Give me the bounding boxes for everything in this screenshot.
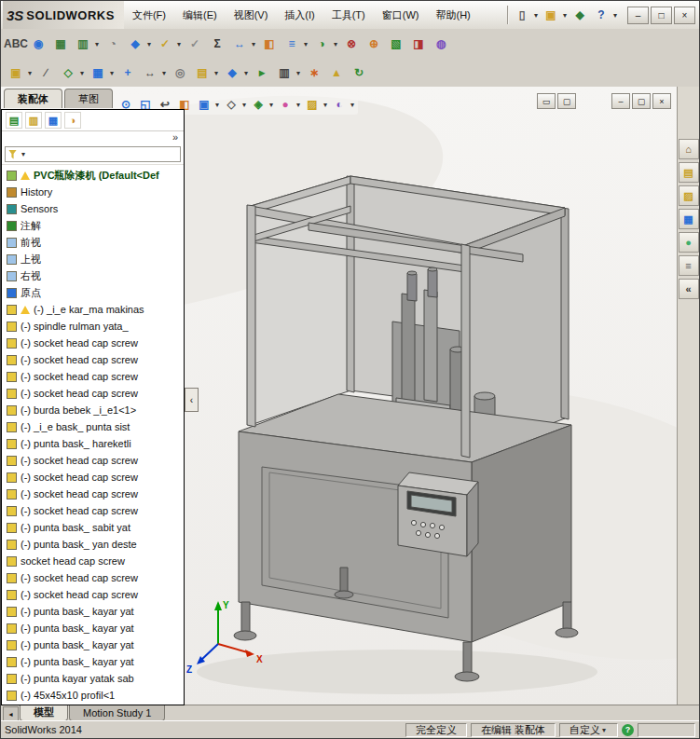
tree-component-item[interactable]: (-) punta bask_ hareketli <box>2 435 184 452</box>
toolbar-button[interactable]: ▧ ▾ <box>386 34 406 54</box>
toolbar-button[interactable]: Σ ▾ <box>207 34 227 54</box>
window-button[interactable]: – <box>627 7 649 24</box>
tab-scroll-left-icon[interactable]: ◂ <box>3 706 19 721</box>
task-pane-button[interactable]: ● <box>679 232 699 253</box>
frame-button[interactable]: ▢ <box>557 93 576 109</box>
tree-component-item[interactable]: (-) punta bask_ sabit yat <box>2 519 184 536</box>
headsup-button[interactable]: ◐ ▾ <box>330 95 356 114</box>
tree-folder-item[interactable]: 上视 <box>2 251 184 267</box>
chevron-right-icon[interactable]: » <box>172 131 180 143</box>
titlebar-tool-button[interactable]: ? ▾ <box>591 5 619 25</box>
menu-item[interactable]: 插入(I) <box>276 1 323 29</box>
tree-component-item[interactable]: (-) socket head cap screw <box>2 486 184 502</box>
toolbar-button[interactable]: ▥ ▾ <box>274 62 302 83</box>
window-button[interactable]: × <box>674 7 695 24</box>
toolbar-button[interactable]: ◉ ▾ <box>28 34 48 54</box>
toolbar-button[interactable]: ◎ ▾ <box>170 62 190 83</box>
task-pane-button[interactable]: ⌂ <box>679 139 699 159</box>
chevron-down-icon[interactable]: ▾ <box>532 11 540 20</box>
task-pane-button[interactable]: ▦ <box>679 209 699 229</box>
toolbar-button[interactable]: ◆ ▾ <box>222 62 250 83</box>
chevron-down-icon[interactable]: ▾ <box>295 101 302 109</box>
chevron-down-icon[interactable]: ▾ <box>108 69 116 77</box>
menu-item[interactable]: 文件(F) <box>124 1 174 29</box>
task-pane-button[interactable]: ▨ <box>679 185 699 206</box>
menu-item[interactable]: 窗口(W) <box>374 1 428 29</box>
titlebar-tool-button[interactable]: ◆ ▾ <box>570 5 590 25</box>
toolbar-button[interactable]: ▤ ▾ <box>192 62 220 83</box>
toolbar-button[interactable]: ⊗ ▾ <box>341 34 362 54</box>
tree-folder-item[interactable]: 注解 <box>2 217 184 234</box>
headsup-button[interactable]: ◈ ▾ <box>249 95 275 114</box>
menu-item[interactable]: 视图(V) <box>226 1 277 29</box>
toolbar-button[interactable]: ◆ ▾ <box>125 34 153 54</box>
toolbar-button[interactable]: ▥ ▾ <box>73 34 101 54</box>
toolbar-button[interactable]: ▲ ▾ <box>326 62 347 83</box>
document-window-button[interactable]: ▢ <box>632 93 651 109</box>
chevron-down-icon[interactable]: ▾ <box>600 726 608 734</box>
chevron-down-icon[interactable]: ▾ <box>349 101 356 109</box>
chevron-down-icon[interactable]: ▾ <box>332 40 339 48</box>
tree-component-item[interactable]: (-) socket head cap screw <box>2 569 184 586</box>
tree-component-item[interactable]: (-) punta bask_ kayar yat <box>2 620 184 636</box>
task-pane-button[interactable]: ▤ <box>679 162 699 183</box>
tree-component-item[interactable]: (-) socket head cap screw <box>2 469 184 486</box>
tree-folder-item[interactable]: 右视 <box>2 267 184 284</box>
headsup-button[interactable]: ● ▾ <box>276 95 302 114</box>
tree-component-item[interactable]: (-) punta bask_ kayar yat <box>2 636 184 653</box>
tree-component-item[interactable]: (-) _i_e bask_ punta sist <box>2 418 184 435</box>
tab-sketch[interactable]: 草图 <box>64 89 113 108</box>
chevron-down-icon[interactable]: ▾ <box>20 150 27 158</box>
tree-component-item[interactable]: (-) burda bebek _i_e1<1> <box>2 402 184 418</box>
toolbar-button[interactable]: ∕ ▾ <box>35 62 56 83</box>
tab-model[interactable]: 模型 <box>20 705 68 721</box>
chevron-down-icon[interactable]: ▾ <box>611 11 619 20</box>
toolbar-button[interactable]: ◧ ▾ <box>259 34 280 54</box>
tree-component-item[interactable]: (-) socket head cap screw <box>2 385 184 402</box>
menu-item[interactable]: 工具(T) <box>323 1 374 29</box>
tree-component-item[interactable]: (-) socket head cap screw <box>2 452 184 469</box>
menu-item[interactable]: 帮助(H) <box>427 1 478 29</box>
tree-folder-item[interactable]: History <box>2 184 184 200</box>
toolbar-button[interactable]: ↔ ▾ <box>229 34 257 54</box>
chevron-down-icon[interactable]: ▾ <box>213 69 220 77</box>
chevron-down-icon[interactable]: ▾ <box>26 69 34 77</box>
toolbar-button[interactable]: ◍ ▾ <box>431 34 451 54</box>
document-window-button[interactable]: × <box>652 93 671 109</box>
task-pane-button[interactable]: « <box>679 279 699 299</box>
chevron-down-icon[interactable]: ▾ <box>302 40 309 48</box>
toolbar-button[interactable]: ▸ ▾ <box>252 62 272 83</box>
toolbar-button[interactable]: ⊕ ▾ <box>364 34 384 54</box>
featuremanager-tab[interactable]: ◑ <box>64 112 81 129</box>
featuremanager-tab[interactable]: ▦ <box>45 112 62 129</box>
toolbar-button[interactable]: ✓ ▾ <box>185 34 205 54</box>
tree-component-item[interactable]: socket head cap screw <box>2 553 184 569</box>
tree-component-item[interactable]: (-) punta bask_ yan deste <box>2 536 184 553</box>
toolbar-button[interactable]: ≡ ▾ <box>281 34 309 54</box>
toolbar-button[interactable]: ◨ ▾ <box>408 34 429 54</box>
tree-folder-item[interactable]: 前视 <box>2 234 184 251</box>
chevron-down-icon[interactable]: ▾ <box>561 11 569 20</box>
tree-component-item[interactable]: (-) punta bask_ kayar yat <box>2 653 184 670</box>
menu-item[interactable]: 编辑(E) <box>174 1 226 29</box>
chevron-down-icon[interactable]: ▾ <box>160 69 168 77</box>
chevron-down-icon[interactable]: ▾ <box>175 40 183 48</box>
toolbar-button[interactable]: ↻ ▾ <box>349 62 369 83</box>
titlebar-tool-button[interactable]: ▣ ▾ <box>541 5 569 25</box>
status-units[interactable]: 自定义 ▾ <box>559 723 618 737</box>
toolbar-button[interactable]: ◇ ▾ <box>58 62 86 83</box>
status-help-icon[interactable]: ? <box>622 724 634 736</box>
chevron-down-icon[interactable]: ▾ <box>78 69 86 77</box>
tab-assembly[interactable]: 装配体 <box>4 89 62 108</box>
chevron-down-icon[interactable]: ▾ <box>213 101 221 109</box>
toolbar-button[interactable]: ▦ ▾ <box>88 62 116 83</box>
task-pane-button[interactable]: ≡ <box>679 255 699 276</box>
chevron-down-icon[interactable]: ▾ <box>295 69 302 77</box>
tree-component-item[interactable]: (-) punta kayar yatak sab <box>2 670 184 687</box>
chevron-down-icon[interactable]: ▾ <box>322 101 329 109</box>
panel-collapse-arrow[interactable]: ‹ <box>185 388 199 412</box>
chevron-down-icon[interactable]: ▾ <box>93 40 101 48</box>
toolbar-button[interactable]: ABC ▾ <box>6 34 26 54</box>
chevron-down-icon[interactable]: ▾ <box>268 101 275 109</box>
document-window-button[interactable]: – <box>611 93 630 109</box>
